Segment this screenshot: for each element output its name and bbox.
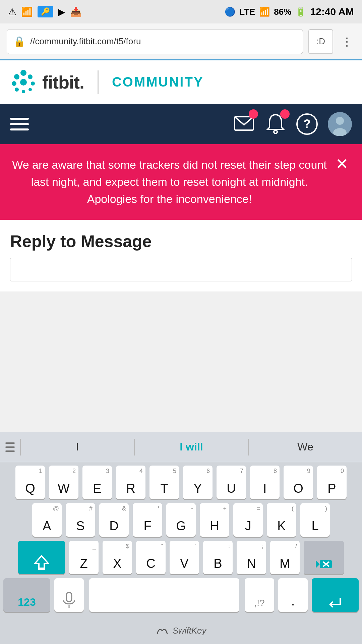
browser-menu-button[interactable]: ⋮ [339, 35, 355, 48]
lte-signal-text: LTE [239, 7, 255, 17]
bluetooth-icon: 🔵 [225, 7, 235, 17]
keyboard-rows: 1 Q 2 W 3 E 4 R 5 T 6 Y [0, 462, 362, 617]
key-M[interactable]: / M [270, 541, 300, 574]
key-B[interactable]: : B [203, 541, 233, 574]
notifications-button[interactable] [265, 113, 286, 136]
key-under-sub: _ [93, 543, 96, 550]
keyboard-suggestions-bar: I I will We [0, 432, 362, 462]
key-L[interactable]: ) L [300, 503, 330, 537]
hamburger-line-2 [10, 123, 29, 125]
mail-button[interactable] [233, 113, 255, 136]
suggestions-menu-icon[interactable] [0, 442, 20, 452]
key-E-main: E [93, 482, 101, 496]
key-N[interactable]: ; N [237, 541, 266, 574]
url-bar[interactable]: 🔒 //community.fitbit.com/t5/foru [7, 29, 303, 54]
svg-point-2 [31, 82, 35, 86]
bell-badge [280, 109, 290, 119]
key-colon-sub: : [228, 543, 230, 550]
key-3-sub: 3 [106, 468, 109, 475]
reply-input-field[interactable] [10, 258, 352, 281]
key-lparen-sub: ( [292, 505, 294, 512]
period-key[interactable]: . [278, 578, 308, 612]
fitbit-logo-dots [10, 69, 37, 96]
key-S-main: S [76, 519, 84, 533]
key-2-sub: 2 [72, 468, 76, 475]
key-rparen-sub: ) [325, 505, 327, 512]
menu-line-2 [5, 446, 15, 448]
key-U[interactable]: 7 U [217, 466, 246, 499]
key-H[interactable]: + H [200, 503, 229, 537]
key-Z[interactable]: _ Z [69, 541, 99, 574]
community-label: COMMUNITY [112, 74, 204, 90]
swiftkey-label: SwiftKey [172, 626, 206, 636]
key-K[interactable]: ( K [267, 503, 296, 537]
key-R[interactable]: 4 R [116, 466, 145, 499]
battery-text: 86% [274, 7, 291, 17]
url-text: //community.fitbit.com/t5/foru [30, 36, 141, 47]
enter-key[interactable] [312, 578, 359, 612]
swiftkey-bar: SwiftKey [0, 617, 362, 644]
key-C[interactable]: " C [136, 541, 166, 574]
key-O[interactable]: 9 O [284, 466, 313, 499]
alert-icon: ⚠ [8, 6, 16, 17]
key-X[interactable]: $ X [103, 541, 132, 574]
svg-point-12 [336, 117, 344, 125]
key-P-main: P [327, 482, 336, 496]
key-Q[interactable]: 1 Q [15, 466, 45, 499]
browser-bar: 🔒 //community.fitbit.com/t5/foru :D ⋮ [0, 23, 362, 60]
wifi-icon: 📶 [21, 6, 33, 17]
key-5-sub: 5 [173, 468, 176, 475]
key-D[interactable]: & D [99, 503, 129, 537]
header-divider [98, 70, 99, 94]
banner-close-button[interactable]: ✕ [336, 156, 349, 172]
key-G-main: G [176, 519, 186, 533]
shift-key[interactable] [18, 541, 65, 574]
numbers-key[interactable]: 123 [3, 578, 50, 612]
punctuation-key[interactable]: ,!? [245, 578, 274, 612]
backspace-key[interactable] [304, 541, 344, 574]
suggestion-I-will[interactable]: I will [135, 441, 248, 453]
key-W[interactable]: 2 W [49, 466, 78, 499]
key-4-sub: 4 [139, 468, 143, 475]
svg-marker-14 [35, 556, 48, 569]
menu-line-3 [5, 450, 15, 452]
tab-button[interactable]: :D [308, 29, 333, 54]
space-key[interactable] [89, 578, 239, 612]
key-A[interactable]: @ A [32, 503, 62, 537]
suggestion-We[interactable]: We [249, 441, 362, 453]
suggestion-I[interactable]: I [21, 441, 134, 453]
fitbit-header: fitbit. COMMUNITY [0, 60, 362, 104]
microphone-key[interactable] [54, 578, 84, 612]
key-icon: 🔑 [38, 6, 53, 17]
reply-to-message-title: Reply to Message [10, 232, 352, 251]
svg-point-3 [28, 88, 32, 91]
key-T[interactable]: 5 T [149, 466, 179, 499]
key-J[interactable]: = J [233, 503, 263, 537]
key-E[interactable]: 3 E [82, 466, 112, 499]
key-minus-sub: - [191, 505, 193, 512]
content-area: Reply to Message [0, 220, 362, 291]
key-G[interactable]: - G [166, 503, 196, 537]
help-button[interactable]: ? [296, 113, 318, 135]
svg-point-8 [20, 79, 27, 86]
fitbit-logo: fitbit. COMMUNITY [10, 69, 204, 96]
banner-message: We are aware that some trackers did not … [10, 156, 336, 208]
key-V[interactable]: ' V [170, 541, 199, 574]
key-dollar-sub: $ [126, 543, 129, 550]
nav-bar: ? [0, 104, 362, 144]
key-at-sub: @ [53, 505, 59, 512]
hamburger-menu-button[interactable] [10, 118, 29, 130]
hamburger-line-1 [10, 118, 29, 120]
key-I[interactable]: 8 I [250, 466, 280, 499]
key-Y[interactable]: 6 Y [183, 466, 213, 499]
key-C-main: C [146, 557, 155, 571]
key-F[interactable]: * F [133, 503, 162, 537]
key-P[interactable]: 0 P [317, 466, 347, 499]
key-S[interactable]: # S [66, 503, 95, 537]
key-hash-sub: # [89, 505, 93, 512]
fitbit-brand-name: fitbit. [42, 72, 84, 93]
key-W-main: W [58, 482, 70, 496]
user-avatar[interactable] [328, 112, 352, 136]
alert-banner: We are aware that some trackers did not … [0, 144, 362, 220]
svg-rect-20 [66, 592, 72, 602]
